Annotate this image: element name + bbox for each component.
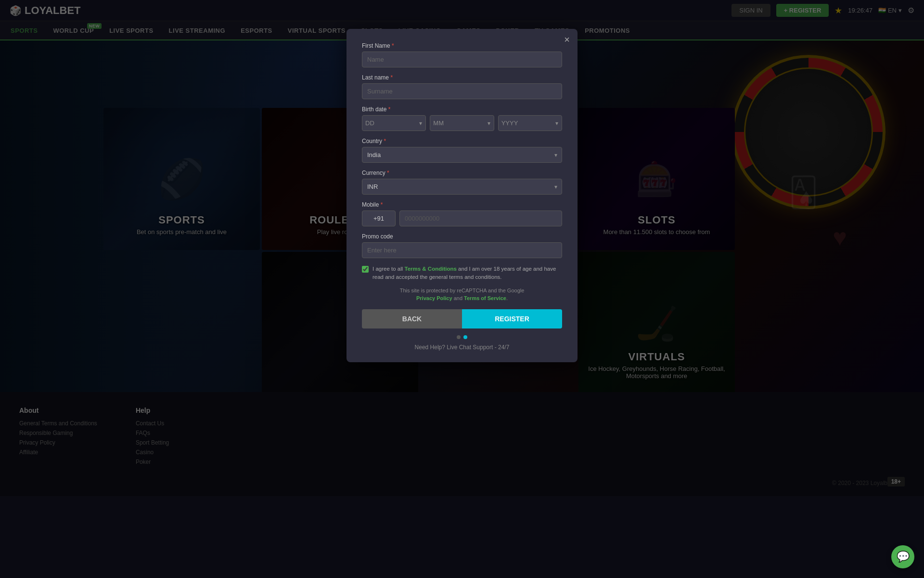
recaptcha-notice: This site is protected by reCAPTCHA and … — [362, 287, 562, 302]
help-text: Need Help? Live Chat Support - 24/7 — [362, 344, 562, 351]
promo-code-input[interactable] — [362, 242, 562, 258]
terms-of-service-link[interactable]: Terms of Service — [464, 295, 506, 301]
terms-checkbox[interactable] — [362, 266, 369, 273]
birth-date-label: Birth date * — [362, 106, 562, 113]
currency-select-wrapper: INR — [362, 179, 562, 195]
country-label: Country * — [362, 138, 562, 144]
chat-icon: 💬 — [897, 551, 910, 563]
terms-link[interactable]: Terms & Conditions — [404, 266, 456, 272]
action-row: BACK REGISTER — [362, 309, 562, 328]
live-chat-button[interactable]: 💬 — [891, 545, 914, 568]
currency-select[interactable]: INR — [362, 179, 562, 195]
promo-group: Promo code — [362, 233, 562, 258]
country-select-wrapper: India — [362, 147, 562, 163]
mobile-label: Mobile * — [362, 201, 562, 208]
modal-close-button[interactable]: × — [564, 35, 570, 44]
dot-1 — [457, 335, 461, 339]
first-name-input[interactable] — [362, 52, 562, 67]
birth-month-wrapper: MM — [430, 115, 494, 131]
last-name-input[interactable] — [362, 83, 562, 99]
register-modal: × First Name * Last name * Birth date * — [346, 29, 578, 362]
modal-overlay[interactable]: × First Name * Last name * Birth date * — [0, 0, 924, 578]
terms-text: I agree to all Terms & Conditions and I … — [372, 265, 562, 282]
first-name-label: First Name * — [362, 42, 562, 49]
mobile-group: Mobile * — [362, 201, 562, 226]
last-name-label: Last name * — [362, 74, 562, 81]
privacy-policy-link[interactable]: Privacy Policy — [416, 295, 452, 301]
birth-month-select[interactable]: MM — [430, 115, 494, 131]
birth-date-row: DD MM YYYY — [362, 115, 562, 131]
mobile-code-input[interactable] — [362, 210, 396, 226]
first-name-group: First Name * — [362, 42, 562, 67]
currency-label: Currency * — [362, 170, 562, 176]
birth-day-select[interactable]: DD — [362, 115, 426, 131]
mobile-number-input[interactable] — [399, 210, 562, 226]
promo-label: Promo code — [362, 233, 562, 240]
birth-year-select[interactable]: YYYY — [498, 115, 562, 131]
back-button[interactable]: BACK — [362, 309, 462, 328]
birth-day-wrapper: DD — [362, 115, 426, 131]
mobile-row — [362, 210, 562, 226]
progress-dots — [362, 335, 562, 339]
birth-year-wrapper: YYYY — [498, 115, 562, 131]
register-button[interactable]: REGISTER — [462, 309, 562, 328]
currency-group: Currency * INR — [362, 170, 562, 195]
country-group: Country * India — [362, 138, 562, 163]
birth-date-group: Birth date * DD MM YYYY — [362, 106, 562, 131]
country-select[interactable]: India — [362, 147, 562, 163]
terms-row: I agree to all Terms & Conditions and I … — [362, 265, 562, 282]
dot-2 — [463, 335, 467, 339]
last-name-group: Last name * — [362, 74, 562, 99]
